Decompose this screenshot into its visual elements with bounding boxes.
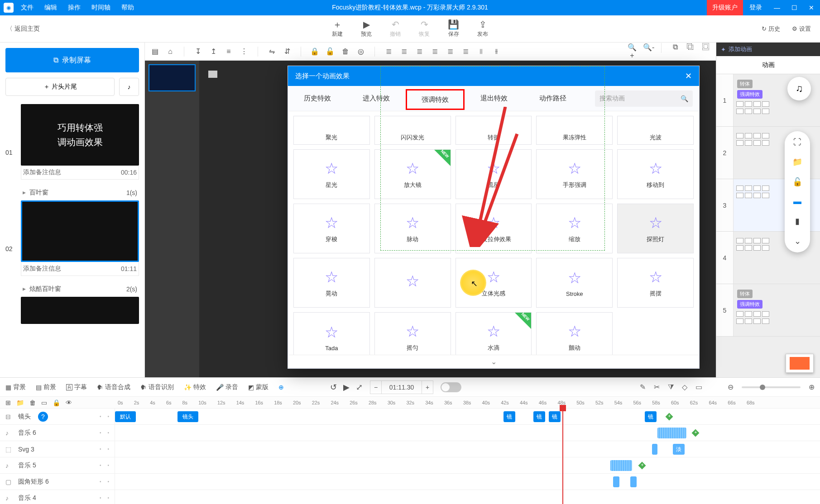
lock-all-icon[interactable]: 🔒 bbox=[53, 399, 60, 406]
effect-cell[interactable]: ☆手形强调 bbox=[536, 149, 613, 199]
playhead[interactable] bbox=[562, 409, 563, 504]
track-body[interactable] bbox=[115, 425, 820, 441]
track-body[interactable]: 淡 bbox=[115, 441, 820, 457]
effect-cell[interactable]: ☆缩放 bbox=[536, 204, 613, 253]
track-header[interactable]: ⬚ Svg 3 •• bbox=[0, 441, 115, 457]
effect-cell[interactable]: ☆ bbox=[374, 258, 451, 308]
transition-name[interactable]: 炫酷百叶窗 bbox=[29, 285, 61, 292]
unlock2-icon[interactable]: 🔓 bbox=[792, 177, 802, 187]
timeline-clip[interactable]: 镜 bbox=[533, 411, 545, 422]
dialog-tab[interactable]: 历史特效 bbox=[288, 86, 347, 111]
record-screen-button[interactable]: ⧉ 录制屏幕 bbox=[5, 48, 139, 72]
cut-tool-icon[interactable]: ✂ bbox=[654, 383, 660, 391]
al6-icon[interactable]: ≣ bbox=[461, 47, 470, 56]
scene-note[interactable]: 添加备注信息 bbox=[23, 168, 61, 176]
zoom-in2-icon[interactable]: ⊕ bbox=[809, 383, 815, 391]
menu-file[interactable]: 文件 bbox=[21, 4, 34, 12]
effect-cell[interactable]: 闪闪发光 bbox=[374, 116, 451, 145]
menu-action[interactable]: 操作 bbox=[68, 4, 81, 12]
head-tail-button[interactable]: ＋片头片尾 bbox=[5, 78, 115, 96]
timeline-clip[interactable]: 默认 bbox=[115, 411, 136, 422]
scene-note[interactable]: 添加备注信息 bbox=[23, 265, 61, 273]
eye-icon[interactable]: 👁 bbox=[66, 399, 72, 406]
align-left-icon[interactable]: ↧ bbox=[193, 47, 202, 56]
timeline-clip[interactable] bbox=[613, 476, 619, 487]
toggle-switch[interactable] bbox=[441, 382, 461, 392]
timeline-clip[interactable]: 镜 bbox=[549, 411, 561, 422]
effect-cell[interactable]: ☆Stroke bbox=[536, 258, 613, 308]
menu-edit[interactable]: 编辑 bbox=[44, 4, 57, 12]
menu-timeline[interactable]: 时间轴 bbox=[91, 4, 110, 12]
effect-cell[interactable]: ☆探照灯 bbox=[617, 204, 694, 253]
toolbar-preview-button[interactable]: ▶预览 bbox=[361, 19, 372, 38]
timeline-clip[interactable] bbox=[630, 476, 637, 487]
dialog-tab[interactable]: 进入特效 bbox=[347, 86, 406, 111]
folder-icon[interactable]: 📁 bbox=[792, 157, 802, 167]
timeline-clip[interactable]: 镜 bbox=[645, 411, 657, 422]
trash-icon[interactable]: 🗑 bbox=[341, 48, 350, 56]
timeline-clip[interactable] bbox=[610, 460, 632, 471]
marker-icon[interactable]: ◇ bbox=[682, 383, 687, 391]
transition-name[interactable]: 百叶窗 bbox=[29, 189, 48, 196]
layers-icon[interactable]: ▤ bbox=[150, 47, 159, 56]
track-header[interactable]: ♪ 音乐 5 •• bbox=[0, 457, 115, 473]
effect-cell[interactable]: ☆移动到 bbox=[617, 149, 694, 199]
timeline-clip[interactable] bbox=[657, 428, 686, 438]
fullscreen-icon[interactable]: ⛶ bbox=[793, 138, 801, 147]
dialog-tab[interactable]: 退出特效 bbox=[465, 86, 523, 111]
paste-icon[interactable]: ⿴ bbox=[701, 43, 710, 60]
distribute-icon[interactable]: ⋮ bbox=[240, 47, 249, 56]
effect-cell[interactable]: ☆放大镜 bbox=[374, 149, 451, 199]
rewind-button[interactable]: ↺ bbox=[330, 382, 337, 392]
time-minus-button[interactable]: − bbox=[370, 380, 382, 394]
history-button[interactable]: ↻历史 bbox=[762, 25, 780, 33]
settings-button[interactable]: ⚙设置 bbox=[792, 25, 811, 33]
add-track-icon[interactable]: ⊞ bbox=[5, 399, 11, 406]
timeline-tool-4[interactable]: 🗣语音识别 bbox=[140, 383, 174, 391]
keyframe-diamond[interactable] bbox=[638, 462, 646, 470]
effect-cell[interactable]: ☆流星 bbox=[456, 149, 532, 199]
effect-cell[interactable]: 果冻弹性 bbox=[536, 116, 613, 145]
play-small-icon[interactable]: ▸ bbox=[23, 189, 26, 196]
toolbar-redo-button[interactable]: ↷恢复 bbox=[419, 19, 430, 38]
scene-item[interactable]: 添加备注信息01:11 bbox=[21, 200, 139, 276]
back-home-button[interactable]: 〈 返回主页 bbox=[6, 25, 40, 33]
dialog-close-button[interactable]: ✕ bbox=[685, 71, 692, 81]
toolbar-save-button[interactable]: 💾保存 bbox=[448, 19, 459, 38]
zoom-in-icon[interactable]: 🔍+ bbox=[628, 43, 637, 60]
zoom-slider[interactable] bbox=[742, 386, 801, 388]
dialog-expand-button[interactable]: ⌄ bbox=[288, 355, 699, 368]
keyframe-diamond[interactable] bbox=[666, 413, 673, 421]
al3-icon[interactable]: ≣ bbox=[415, 47, 424, 56]
music-note-button[interactable]: ♪ bbox=[119, 78, 139, 96]
group-icon[interactable]: ⧉ bbox=[671, 43, 680, 60]
timeline-tool-3[interactable]: 🗣语音合成 bbox=[97, 383, 130, 391]
filter-icon[interactable]: ⧩ bbox=[668, 383, 674, 391]
align-icon[interactable]: ≡ bbox=[224, 48, 233, 56]
effect-cell[interactable]: ☆橡皮拉伸效果 bbox=[456, 204, 532, 253]
flip-h-icon[interactable]: ⇋ bbox=[267, 47, 276, 56]
timeline-clip[interactable]: 镜 bbox=[504, 411, 515, 422]
al2-icon[interactable]: ≣ bbox=[399, 47, 408, 56]
time-plus-button[interactable]: + bbox=[422, 380, 433, 394]
maximize-button[interactable]: ☐ bbox=[786, 0, 803, 15]
effect-cell[interactable]: ☆水滴 bbox=[456, 312, 532, 355]
right-panel-tab[interactable]: 动画 bbox=[716, 56, 820, 74]
track-header[interactable]: ♪ 音乐 4 •• bbox=[0, 490, 115, 504]
effect-cell[interactable]: ☆晃动 bbox=[293, 258, 370, 308]
copy-icon[interactable]: ⿻ bbox=[686, 43, 695, 60]
dist1-icon[interactable]: ⫴ bbox=[476, 48, 485, 56]
floating-music-button[interactable]: ♫ bbox=[787, 77, 811, 100]
pip-thumbnail[interactable] bbox=[786, 354, 814, 373]
track-body[interactable] bbox=[115, 474, 820, 490]
effect-cell[interactable]: ☆摇摆 bbox=[617, 258, 694, 308]
new-folder-icon[interactable]: 📁 bbox=[16, 399, 24, 406]
track-body[interactable] bbox=[115, 457, 820, 473]
login-button[interactable]: 登录 bbox=[743, 4, 768, 12]
effect-cell[interactable]: 光波 bbox=[617, 116, 694, 145]
timeline-tool-7[interactable]: ◩蒙版 bbox=[248, 383, 269, 391]
more-button[interactable]: ⊕ bbox=[278, 384, 284, 391]
dialog-tab[interactable]: 强调特效 bbox=[406, 89, 465, 110]
target-icon[interactable]: ◎ bbox=[356, 47, 365, 56]
expand-button[interactable]: ⤢ bbox=[356, 382, 363, 392]
